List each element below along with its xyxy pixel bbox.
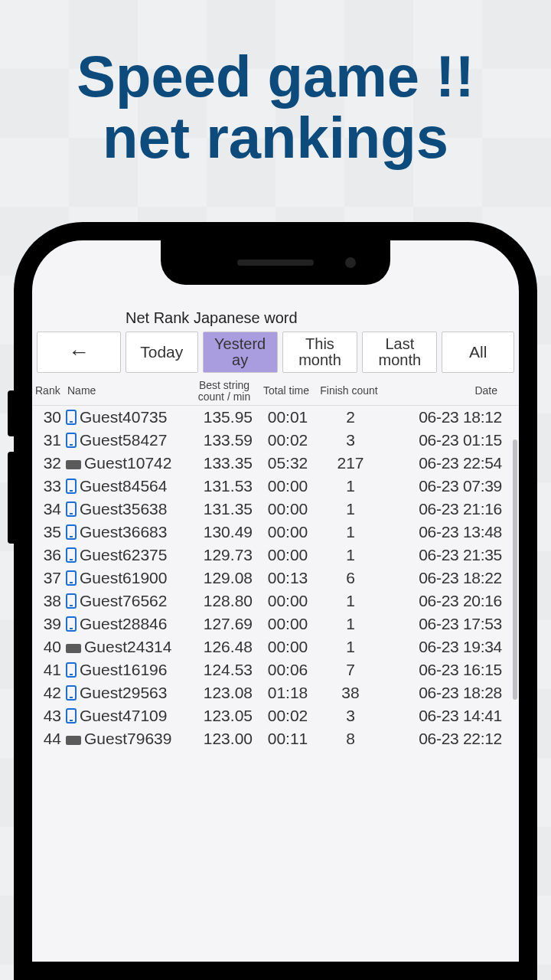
cell-score: 133.59	[194, 431, 257, 449]
tab-last-month[interactable]: Lastmonth	[362, 332, 437, 373]
cell-time: 00:06	[257, 661, 318, 679]
cell-time: 00:00	[257, 615, 318, 633]
cell-score: 129.73	[194, 546, 257, 564]
cell-time: 00:00	[257, 592, 318, 610]
scrollbar[interactable]	[513, 439, 517, 700]
table-row[interactable]: 33Guest84564131.5300:00106-23 07:39	[34, 475, 517, 498]
cell-score: 127.69	[194, 615, 257, 633]
camera-icon	[345, 257, 356, 268]
tab-this-month[interactable]: Thismonth	[282, 332, 357, 373]
cell-finish: 1	[318, 638, 383, 656]
cell-rank: 40	[35, 638, 66, 656]
cell-finish: 38	[318, 684, 383, 702]
mobile-device-icon	[66, 570, 77, 586]
col-finish: Finish count	[317, 385, 381, 397]
cell-time: 00:00	[257, 546, 318, 564]
cell-time: 00:00	[257, 638, 318, 656]
cell-date: 06-23 18:22	[383, 569, 502, 587]
cell-name: Guest36683	[66, 523, 194, 541]
player-name: Guest29563	[80, 684, 167, 702]
tab-today[interactable]: Today	[126, 332, 198, 373]
cell-name: Guest40735	[66, 408, 194, 426]
cell-date: 06-23 18:28	[383, 684, 502, 702]
cell-finish: 1	[318, 546, 383, 564]
player-name: Guest40735	[80, 408, 167, 426]
cell-score: 123.05	[194, 707, 257, 725]
table-row[interactable]: 42Guest29563123.0801:183806-23 18:28	[34, 681, 517, 704]
player-name: Guest16196	[80, 661, 167, 679]
col-rank: Rank	[34, 385, 64, 397]
cell-name: Guest35638	[66, 500, 194, 518]
cell-finish: 1	[318, 592, 383, 610]
col-date: Date	[381, 385, 500, 397]
cell-score: 126.48	[194, 638, 257, 656]
player-name: Guest61900	[80, 569, 167, 587]
cell-date: 06-23 01:15	[383, 431, 502, 449]
cell-time: 00:11	[257, 730, 318, 748]
table-row[interactable]: 34Guest35638131.3500:00106-23 21:16	[34, 498, 517, 521]
table-row[interactable]: 43Guest47109123.0500:02306-23 14:41	[34, 704, 517, 727]
cell-rank: 33	[35, 477, 66, 495]
cell-finish: 3	[318, 431, 383, 449]
speaker-icon	[237, 260, 314, 266]
table-row[interactable]: 44Guest79639123.0000:11806-23 22:12	[34, 727, 517, 750]
tab-yesterday[interactable]: Yesterday	[203, 332, 278, 373]
table-row[interactable]: 40Guest24314126.4800:00106-23 19:34	[34, 635, 517, 658]
mobile-device-icon	[66, 547, 77, 563]
table-row[interactable]: 37Guest61900129.0800:13606-23 18:22	[34, 567, 517, 590]
cell-finish: 7	[318, 661, 383, 679]
cell-finish: 1	[318, 477, 383, 495]
table-row[interactable]: 30Guest40735135.9500:01206-23 18:12	[34, 406, 517, 429]
cell-finish: 3	[318, 707, 383, 725]
cell-name: Guest28846	[66, 615, 194, 633]
cell-score: 123.08	[194, 684, 257, 702]
cell-date: 06-23 21:16	[383, 500, 502, 518]
cell-time: 05:32	[257, 454, 318, 472]
cell-name: Guest24314	[66, 638, 194, 656]
mobile-device-icon	[66, 616, 77, 632]
table-row[interactable]: 38Guest76562128.8000:00106-23 20:16	[34, 590, 517, 612]
cell-name: Guest10742	[66, 454, 194, 472]
mobile-device-icon	[66, 479, 77, 494]
col-score: Best string count / min	[193, 380, 256, 402]
table-body[interactable]: 30Guest40735135.9500:01206-23 18:1231Gue…	[32, 406, 519, 750]
page-title: Net Rank Japanese word	[32, 309, 519, 327]
mobile-device-icon	[66, 501, 77, 517]
cell-name: Guest84564	[66, 477, 194, 495]
cell-time: 00:01	[257, 408, 318, 426]
cell-finish: 1	[318, 500, 383, 518]
cell-finish: 8	[318, 730, 383, 748]
cell-name: Guest16196	[66, 661, 194, 679]
cell-rank: 43	[35, 707, 66, 725]
cell-time: 00:00	[257, 523, 318, 541]
cell-score: 129.08	[194, 569, 257, 587]
back-button[interactable]: ←	[37, 332, 121, 373]
mobile-device-icon	[66, 410, 77, 425]
cell-date: 06-23 22:54	[383, 454, 502, 472]
table-row[interactable]: 35Guest36683130.4900:00106-23 13:48	[34, 521, 517, 544]
cell-date: 06-23 19:34	[383, 638, 502, 656]
cell-finish: 217	[318, 454, 383, 472]
cell-rank: 32	[35, 454, 66, 472]
cell-name: Guest79639	[66, 730, 194, 748]
cell-rank: 36	[35, 546, 66, 564]
cell-rank: 35	[35, 523, 66, 541]
mobile-device-icon	[66, 708, 77, 724]
cell-date: 06-23 13:48	[383, 523, 502, 541]
table-row[interactable]: 36Guest62375129.7300:00106-23 21:35	[34, 544, 517, 567]
cell-date: 06-23 14:41	[383, 707, 502, 725]
player-name: Guest24314	[84, 638, 171, 656]
mobile-device-icon	[66, 524, 77, 540]
mobile-device-icon	[66, 662, 77, 678]
cell-time: 00:00	[257, 477, 318, 495]
player-name: Guest76562	[80, 592, 167, 610]
table-row[interactable]: 31Guest58427133.5900:02306-23 01:15	[34, 429, 517, 452]
phone-mockup: Net Rank Japanese word ← TodayYesterdayT…	[14, 222, 537, 980]
tab-all[interactable]: All	[442, 332, 514, 373]
mobile-device-icon	[66, 593, 77, 609]
table-row[interactable]: 41Guest16196124.5300:06706-23 16:15	[34, 658, 517, 681]
cell-date: 06-23 07:39	[383, 477, 502, 495]
table-row[interactable]: 39Guest28846127.6900:00106-23 17:53	[34, 612, 517, 635]
table-row[interactable]: 32Guest10742133.3505:3221706-23 22:54	[34, 452, 517, 475]
cell-rank: 30	[35, 408, 66, 426]
